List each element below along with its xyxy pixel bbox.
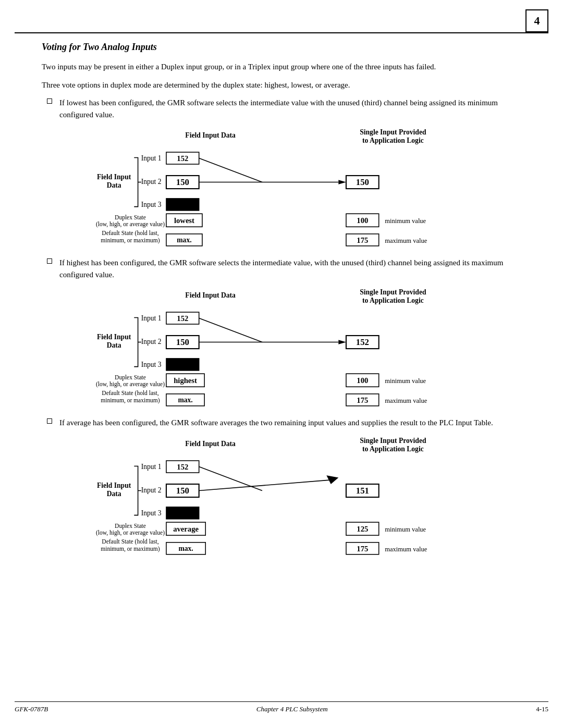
svg-text:Input 2: Input 2	[141, 178, 162, 186]
svg-text:Input 2: Input 2	[141, 338, 162, 346]
footer-chapter: Chapter 4 PLC Subsystem	[256, 705, 328, 713]
diagram-svg-lowest: Field Input Data Single Input Provided t…	[42, 128, 532, 248]
svg-text:max.: max.	[178, 396, 192, 404]
bullet-text-highest: If highest has been configured, the GMR …	[59, 257, 532, 280]
page-number: 4	[525, 9, 548, 32]
svg-text:max.: max.	[177, 236, 191, 244]
bullet-icon-highest	[47, 258, 52, 264]
svg-text:150: 150	[176, 337, 189, 347]
bullet-text-average: If average has been configured, the GMR …	[59, 417, 493, 429]
footer: GFK-0787B Chapter 4 PLC Subsystem 4-15	[15, 701, 548, 713]
svg-text:to Application Logic: to Application Logic	[362, 137, 424, 144]
svg-text:minimum value: minimum value	[385, 377, 426, 385]
svg-text:152: 152	[177, 462, 188, 471]
svg-text:Input 3: Input 3	[141, 201, 162, 208]
svg-text:152: 152	[177, 314, 188, 323]
svg-text:Duplex State: Duplex State	[115, 522, 146, 529]
svg-text:175: 175	[357, 396, 368, 404]
svg-marker-47	[338, 340, 346, 344]
svg-text:maximum value: maximum value	[385, 237, 427, 244]
footer-doc-id: GFK-0787B	[15, 705, 48, 713]
svg-text:100: 100	[357, 216, 368, 225]
diagram-svg-highest: Field Input Data Single Input Provided t…	[42, 288, 532, 408]
svg-text:Input 1: Input 1	[141, 462, 162, 470]
svg-text:150: 150	[176, 485, 189, 495]
svg-text:175: 175	[357, 544, 368, 552]
diagram-svg-average: Field Input Data Single Input Provided t…	[42, 436, 532, 556]
svg-text:100: 100	[357, 376, 368, 385]
svg-text:highest: highest	[174, 376, 197, 385]
svg-line-45	[199, 318, 262, 342]
svg-text:150: 150	[176, 177, 189, 187]
svg-text:Field Input Data: Field Input Data	[185, 131, 236, 139]
svg-text:lowest: lowest	[174, 216, 194, 225]
svg-text:maximum value: maximum value	[385, 545, 427, 552]
diagram-highest: Field Input Data Single Input Provided t…	[42, 288, 532, 408]
svg-text:(low, high, or average value): (low, high, or average value)	[96, 381, 165, 388]
bullet-icon-average	[47, 418, 52, 424]
svg-text:max.: max.	[178, 544, 193, 552]
svg-text:152: 152	[177, 154, 188, 163]
bullet-item-highest: If highest has been configured, the GMR …	[47, 257, 532, 280]
svg-text:Field Input: Field Input	[97, 482, 131, 489]
svg-text:Input 3: Input 3	[141, 509, 162, 516]
diagram-average: Field Input Data Single Input Provided t…	[42, 436, 532, 556]
svg-line-77	[199, 466, 262, 490]
top-rule	[15, 32, 548, 33]
svg-text:151: 151	[356, 485, 369, 495]
svg-text:Single Input Provided: Single Input Provided	[360, 288, 426, 296]
svg-text:Input 3: Input 3	[141, 361, 162, 368]
svg-text:152: 152	[356, 337, 369, 347]
svg-text:to Application Logic: to Application Logic	[362, 297, 424, 304]
svg-text:Field Input Data: Field Input Data	[185, 439, 236, 447]
svg-text:average: average	[173, 524, 199, 533]
svg-text:Input 1: Input 1	[141, 314, 162, 322]
svg-text:minimum, or maximum): minimum, or maximum)	[101, 397, 160, 404]
svg-rect-76	[166, 507, 199, 519]
svg-text:Default State (hold last,: Default State (hold last,	[102, 538, 158, 545]
svg-text:Data: Data	[107, 341, 121, 349]
svg-text:Duplex State: Duplex State	[115, 214, 146, 221]
svg-text:Single Input Provided: Single Input Provided	[360, 128, 426, 136]
section-title: Voting for Two Analog Inputs	[42, 42, 532, 53]
main-content: Voting for Two Analog Inputs Two inputs …	[42, 42, 532, 565]
svg-text:Duplex State: Duplex State	[115, 374, 146, 381]
svg-text:150: 150	[356, 177, 369, 187]
svg-text:Input 2: Input 2	[141, 486, 162, 493]
svg-text:minimum value: minimum value	[385, 525, 426, 533]
svg-marker-15	[338, 180, 346, 184]
bullet-icon-lowest	[47, 98, 52, 104]
svg-text:maximum value: maximum value	[385, 397, 427, 404]
svg-line-13	[199, 158, 262, 182]
svg-rect-44	[166, 359, 199, 371]
svg-text:Field Input: Field Input	[97, 333, 131, 341]
svg-text:(low, high, or average value): (low, high, or average value)	[96, 221, 165, 228]
bullet-text-lowest: If lowest has been configured, the GMR s…	[59, 97, 532, 120]
svg-text:125: 125	[357, 524, 368, 533]
svg-text:Data: Data	[107, 181, 121, 189]
svg-text:Field Input: Field Input	[97, 173, 131, 181]
svg-rect-12	[166, 199, 199, 211]
svg-text:175: 175	[357, 236, 368, 244]
svg-line-78	[199, 479, 333, 490]
intro-para1: Two inputs may be present in either a Du…	[42, 61, 532, 73]
intro-para2: Three vote options in duplex mode are de…	[42, 79, 532, 91]
bullet-item-lowest: If lowest has been configured, the GMR s…	[47, 97, 532, 120]
svg-text:Field Input Data: Field Input Data	[185, 291, 236, 299]
footer-page: 4-15	[536, 705, 548, 713]
svg-text:(low, high, or average value): (low, high, or average value)	[96, 529, 165, 536]
svg-text:Single Input Provided: Single Input Provided	[360, 436, 426, 444]
page-container: 4 Voting for Two Analog Inputs Two input…	[0, 0, 563, 728]
svg-text:Data: Data	[107, 490, 121, 498]
svg-text:Default State (hold last,: Default State (hold last,	[102, 230, 158, 237]
svg-text:Input 1: Input 1	[141, 154, 162, 162]
diagram-lowest: Field Input Data Single Input Provided t…	[42, 128, 532, 248]
svg-text:to Application Logic: to Application Logic	[362, 445, 424, 453]
svg-text:minimum value: minimum value	[385, 217, 426, 225]
svg-text:minimum, or maximum): minimum, or maximum)	[101, 237, 160, 244]
svg-text:Default State (hold last,: Default State (hold last,	[102, 390, 158, 397]
svg-text:minimum, or maximum): minimum, or maximum)	[101, 545, 160, 552]
bullet-item-average: If average has been configured, the GMR …	[47, 417, 532, 429]
